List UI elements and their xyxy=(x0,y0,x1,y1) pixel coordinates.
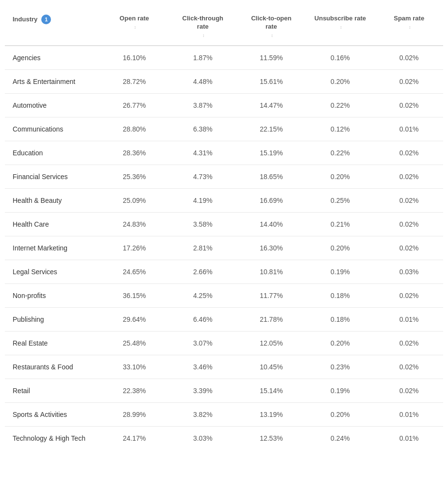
cell-click_to_open_rate-9: 10.81% xyxy=(237,260,305,284)
table-row: Financial Services25.36%4.73%18.65%0.20%… xyxy=(5,165,443,189)
cell-click_to_open_rate-7: 14.40% xyxy=(237,213,305,236)
cell-industry-9: Legal Services xyxy=(5,260,100,284)
table-container: Industry 1 Open rate ↕ Click-through rat… xyxy=(0,0,448,460)
cell-industry-6: Health & Beauty xyxy=(5,189,100,213)
column-header-spam-rate[interactable]: Spam rate ↕ xyxy=(375,10,443,46)
table-row: Real Estate25.48%3.07%12.05%0.20%0.02% xyxy=(5,331,443,355)
table-row: Sports & Activities28.99%3.82%13.19%0.20… xyxy=(5,403,443,427)
open-rate-sort-icon: ↕ xyxy=(134,25,136,31)
cell-click_to_open_rate-6: 16.69% xyxy=(237,189,305,213)
table-row: Agencies16.10%1.87%11.59%0.16%0.02% xyxy=(5,46,443,70)
cell-unsubscribe_rate-4: 0.22% xyxy=(305,141,375,165)
cell-unsubscribe_rate-2: 0.22% xyxy=(305,94,375,117)
cell-open_rate-15: 28.99% xyxy=(100,403,168,427)
click-through-rate-sort-icon: ↕ xyxy=(202,33,205,39)
cell-industry-8: Internet Marketing xyxy=(5,236,100,260)
unsubscribe-rate-sort-icon: ↕ xyxy=(340,25,342,31)
cell-click_to_open_rate-10: 11.77% xyxy=(237,284,305,308)
cell-click_through_rate-13: 3.46% xyxy=(168,355,237,379)
cell-click_to_open_rate-13: 10.45% xyxy=(237,355,305,379)
column-header-industry: Industry 1 xyxy=(5,10,100,46)
cell-industry-12: Real Estate xyxy=(5,331,100,355)
table-header-row: Industry 1 Open rate ↕ Click-through rat… xyxy=(5,10,443,46)
click-through-rate-label: Click-through rate xyxy=(176,15,229,31)
table-row: Internet Marketing17.26%2.81%16.30%0.20%… xyxy=(5,236,443,260)
table-row: Technology & High Tech24.17%3.03%12.53%0… xyxy=(5,427,443,450)
cell-click_to_open_rate-8: 16.30% xyxy=(237,236,305,260)
table-row: Non-profits36.15%4.25%11.77%0.18%0.02% xyxy=(5,284,443,308)
unsubscribe-rate-label: Unsubscribe rate xyxy=(315,15,366,23)
cell-click_to_open_rate-12: 12.05% xyxy=(237,331,305,355)
table-row: Communications28.80%6.38%22.15%0.12%0.01… xyxy=(5,117,443,141)
cell-unsubscribe_rate-6: 0.25% xyxy=(305,189,375,213)
cell-unsubscribe_rate-1: 0.20% xyxy=(305,70,375,94)
table-row: Health Care24.83%3.58%14.40%0.21%0.02% xyxy=(5,213,443,236)
column-header-open-rate[interactable]: Open rate ↕ xyxy=(100,10,168,46)
cell-industry-10: Non-profits xyxy=(5,284,100,308)
cell-click_through_rate-3: 6.38% xyxy=(168,117,237,141)
cell-open_rate-8: 17.26% xyxy=(100,236,168,260)
cell-click_through_rate-8: 2.81% xyxy=(168,236,237,260)
cell-spam_rate-6: 0.02% xyxy=(375,189,443,213)
column-header-click-through-rate[interactable]: Click-through rate ↕ xyxy=(168,10,237,46)
table-row: Publishing29.64%6.46%21.78%0.18%0.01% xyxy=(5,308,443,331)
cell-spam_rate-8: 0.02% xyxy=(375,236,443,260)
cell-spam_rate-3: 0.01% xyxy=(375,117,443,141)
cell-click_through_rate-12: 3.07% xyxy=(168,331,237,355)
cell-click_through_rate-0: 1.87% xyxy=(168,46,237,70)
cell-spam_rate-12: 0.02% xyxy=(375,331,443,355)
cell-open_rate-7: 24.83% xyxy=(100,213,168,236)
cell-unsubscribe_rate-5: 0.20% xyxy=(305,165,375,189)
cell-industry-14: Retail xyxy=(5,379,100,403)
column-header-unsubscribe-rate[interactable]: Unsubscribe rate ↕ xyxy=(305,10,375,46)
cell-unsubscribe_rate-16: 0.24% xyxy=(305,427,375,450)
cell-click_to_open_rate-15: 13.19% xyxy=(237,403,305,427)
industry-badge: 1 xyxy=(41,15,51,24)
cell-click_through_rate-1: 4.48% xyxy=(168,70,237,94)
cell-industry-5: Financial Services xyxy=(5,165,100,189)
cell-spam_rate-11: 0.01% xyxy=(375,308,443,331)
cell-spam_rate-1: 0.02% xyxy=(375,70,443,94)
cell-open_rate-10: 36.15% xyxy=(100,284,168,308)
industry-table: Industry 1 Open rate ↕ Click-through rat… xyxy=(5,10,443,450)
cell-unsubscribe_rate-7: 0.21% xyxy=(305,213,375,236)
cell-click_through_rate-4: 4.31% xyxy=(168,141,237,165)
cell-click_through_rate-16: 3.03% xyxy=(168,427,237,450)
cell-spam_rate-16: 0.01% xyxy=(375,427,443,450)
column-header-click-to-open-rate[interactable]: Click-to-open rate ↕ xyxy=(237,10,305,46)
cell-open_rate-14: 22.38% xyxy=(100,379,168,403)
cell-unsubscribe_rate-13: 0.23% xyxy=(305,355,375,379)
cell-industry-1: Arts & Entertainment xyxy=(5,70,100,94)
table-row: Education28.36%4.31%15.19%0.22%0.02% xyxy=(5,141,443,165)
cell-click_to_open_rate-2: 14.47% xyxy=(237,94,305,117)
table-row: Automotive26.77%3.87%14.47%0.22%0.02% xyxy=(5,94,443,117)
cell-open_rate-4: 28.36% xyxy=(100,141,168,165)
cell-open_rate-16: 24.17% xyxy=(100,427,168,450)
spam-rate-label: Spam rate xyxy=(394,15,424,23)
cell-industry-4: Education xyxy=(5,141,100,165)
cell-industry-15: Sports & Activities xyxy=(5,403,100,427)
cell-spam_rate-0: 0.02% xyxy=(375,46,443,70)
table-row: Retail22.38%3.39%15.14%0.19%0.02% xyxy=(5,379,443,403)
cell-click_through_rate-7: 3.58% xyxy=(168,213,237,236)
cell-spam_rate-10: 0.02% xyxy=(375,284,443,308)
cell-unsubscribe_rate-9: 0.19% xyxy=(305,260,375,284)
cell-industry-16: Technology & High Tech xyxy=(5,427,100,450)
cell-industry-0: Agencies xyxy=(5,46,100,70)
industry-label: Industry xyxy=(13,16,37,24)
cell-click_through_rate-6: 4.19% xyxy=(168,189,237,213)
spam-rate-sort-icon: ↕ xyxy=(409,25,411,31)
cell-click_through_rate-9: 2.66% xyxy=(168,260,237,284)
open-rate-label: Open rate xyxy=(119,15,149,23)
cell-unsubscribe_rate-0: 0.16% xyxy=(305,46,375,70)
click-to-open-rate-sort-icon: ↕ xyxy=(271,33,273,39)
cell-unsubscribe_rate-12: 0.20% xyxy=(305,331,375,355)
cell-unsubscribe_rate-3: 0.12% xyxy=(305,117,375,141)
cell-unsubscribe_rate-10: 0.18% xyxy=(305,284,375,308)
cell-industry-11: Publishing xyxy=(5,308,100,331)
cell-click_to_open_rate-0: 11.59% xyxy=(237,46,305,70)
cell-spam_rate-9: 0.03% xyxy=(375,260,443,284)
cell-open_rate-11: 29.64% xyxy=(100,308,168,331)
table-row: Arts & Entertainment28.72%4.48%15.61%0.2… xyxy=(5,70,443,94)
cell-spam_rate-15: 0.01% xyxy=(375,403,443,427)
